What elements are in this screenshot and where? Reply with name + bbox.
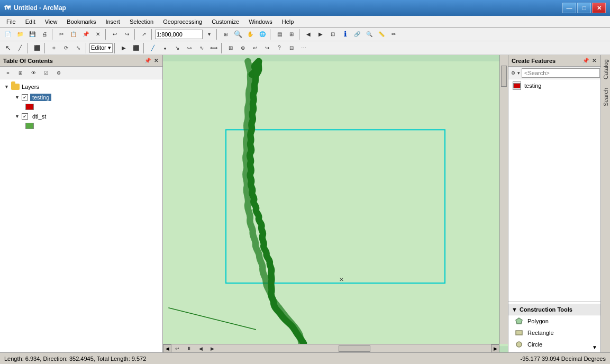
pan-tool[interactable]: ✋	[244, 29, 256, 40]
undo-button[interactable]: ↩	[109, 29, 121, 40]
layer-testing-checkbox[interactable]	[22, 94, 28, 101]
toc-list-btn[interactable]: ≡	[2, 67, 14, 79]
line-tool[interactable]: ╱	[14, 42, 26, 54]
menu-windows[interactable]: Windows	[244, 17, 277, 26]
scroll-pause[interactable]: ⏸	[183, 343, 195, 353]
scroll-prev[interactable]: ◀	[195, 343, 206, 353]
map-scrollbar-vertical[interactable]	[499, 55, 508, 344]
select-tool[interactable]: ▤	[274, 29, 285, 40]
layer-dtlst-checkbox[interactable]	[22, 113, 28, 120]
more-btn[interactable]: ⋯	[298, 42, 309, 54]
nav-forward[interactable]: ▶	[315, 29, 326, 40]
tolerance-btn[interactable]: ⊕	[237, 42, 249, 54]
toc-visibility-btn[interactable]: 👁	[28, 67, 39, 79]
search-tab[interactable]: Search	[602, 84, 610, 111]
scroll-next[interactable]: ▶	[206, 343, 218, 353]
layer-dtlst-expand[interactable]: ▼	[15, 114, 20, 119]
right-panel-close[interactable]: ✕	[591, 58, 597, 63]
layers-expand-icon[interactable]: ▼	[4, 84, 9, 89]
nav-full[interactable]: ⊡	[327, 29, 339, 40]
pointer-tool[interactable]: ↖	[2, 42, 14, 54]
arrow-tool[interactable]: ↗	[138, 29, 150, 40]
delete-button[interactable]: ✕	[92, 29, 104, 40]
toc-pin-button[interactable]: 📌	[143, 58, 152, 63]
scrollbar-h-thumb[interactable]	[339, 345, 370, 352]
catalog-tab[interactable]: Catalog	[602, 55, 610, 84]
sketch-tool[interactable]: ⬛	[31, 42, 43, 54]
question-btn[interactable]: ?	[274, 42, 285, 54]
redo2-btn[interactable]: ↪	[261, 42, 273, 54]
tool-rectangle[interactable]: Rectangle	[508, 327, 600, 339]
hyperlink-tool[interactable]: 🔗	[351, 29, 363, 40]
toc-close-button[interactable]: ✕	[153, 58, 159, 63]
zoom-in[interactable]: 🔍	[232, 29, 244, 40]
toc-source-btn[interactable]: ⊞	[15, 67, 26, 79]
toc-options-btn[interactable]: ⚙	[53, 67, 65, 79]
globe-tool[interactable]: 🌐	[257, 29, 268, 40]
new-button[interactable]: 📄	[2, 29, 14, 40]
maximize-button[interactable]: □	[577, 3, 591, 13]
split-btn[interactable]: ⧟	[184, 42, 195, 54]
tool-circle[interactable]: Circle	[508, 339, 600, 350]
measure-tool[interactable]: 📏	[376, 29, 387, 40]
scale-tool[interactable]: ⤡	[72, 42, 84, 54]
scroll-left-button[interactable]: ◀	[163, 344, 171, 353]
scale-dropdown[interactable]: ▾	[203, 29, 215, 40]
snap-btn[interactable]: ⊞	[225, 42, 236, 54]
layer-testing-expand[interactable]: ▼	[15, 95, 20, 100]
nav-back[interactable]: ◀	[303, 29, 314, 40]
copy-button[interactable]: 📋	[68, 29, 79, 40]
template-search-input[interactable]	[522, 68, 600, 78]
construction-expand-icon[interactable]: ▼	[512, 306, 517, 313]
save-button[interactable]: 💾	[26, 29, 38, 40]
layer-dtlst-label[interactable]: dtl_st	[30, 113, 48, 120]
menu-help[interactable]: Help	[278, 17, 298, 26]
menu-file[interactable]: File	[2, 17, 20, 26]
toc-select-btn[interactable]: ☑	[40, 67, 52, 79]
title-bar-controls[interactable]: — □ ✕	[562, 3, 606, 13]
template-item-testing[interactable]: testing	[508, 79, 600, 92]
template-organize-btn[interactable]: ⚙	[511, 67, 516, 79]
redo-button[interactable]: ↪	[121, 29, 133, 40]
endpoint-btn[interactable]: ↘	[171, 42, 183, 54]
map-area[interactable]: × ◀ ↩ ⏸ ◀ ▶ ▶	[163, 55, 508, 352]
find-tool[interactable]: 🔍	[363, 29, 375, 40]
menu-view[interactable]: View	[41, 17, 62, 26]
node-btn[interactable]: ⬥	[159, 42, 171, 54]
rotate-tool[interactable]: ⟳	[60, 42, 72, 54]
menu-geoprocessing[interactable]: Geoprocessing	[159, 17, 206, 26]
select2-tool[interactable]: ⊞	[286, 29, 297, 40]
print-button[interactable]: 🖨	[39, 29, 50, 40]
template-dropdown-btn[interactable]: ▾	[517, 67, 521, 79]
trace-btn[interactable]: ∿	[196, 42, 207, 54]
draw-tool[interactable]: ✏	[388, 29, 399, 40]
undo2-btn[interactable]: ↩	[249, 42, 261, 54]
open-button[interactable]: 📁	[14, 29, 26, 40]
scrollbar-v-thumb[interactable]	[501, 66, 507, 87]
tool-polygon[interactable]: Polygon	[508, 315, 600, 327]
scale-input[interactable]	[155, 30, 203, 39]
map-scrollbar-horizontal[interactable]: ◀ ↩ ⏸ ◀ ▶ ▶	[163, 344, 499, 352]
minimize-button[interactable]: —	[562, 3, 576, 13]
editor-dropdown[interactable]: Editor ▾	[89, 43, 113, 53]
layout-btn[interactable]: ⊟	[286, 42, 297, 54]
zoom-full[interactable]: ⊞	[220, 29, 232, 40]
menu-selection[interactable]: Selection	[125, 17, 158, 26]
menu-bookmarks[interactable]: Bookmarks	[62, 17, 100, 26]
construction-dropdown-icon[interactable]: ▼	[592, 344, 597, 350]
close-button[interactable]: ✕	[592, 3, 606, 13]
menu-customize[interactable]: Customize	[207, 17, 243, 26]
play-btn[interactable]: ▶	[118, 42, 130, 54]
scroll-rewind[interactable]: ↩	[171, 343, 183, 353]
stop-btn[interactable]: ⬛	[130, 42, 142, 54]
scroll-right-button[interactable]: ▶	[491, 344, 499, 353]
identify-tool[interactable]: ℹ	[339, 29, 351, 40]
menu-insert[interactable]: Insert	[101, 17, 124, 26]
parallel-btn[interactable]: ⟺	[208, 42, 220, 54]
right-panel-pin[interactable]: 📌	[581, 58, 590, 63]
paste-button[interactable]: 📌	[80, 29, 92, 40]
sketch-btn2[interactable]: ╱	[147, 42, 159, 54]
cut-button[interactable]: ✂	[56, 29, 67, 40]
layer-testing-label[interactable]: testing	[30, 94, 51, 101]
menu-edit[interactable]: Edit	[21, 17, 40, 26]
